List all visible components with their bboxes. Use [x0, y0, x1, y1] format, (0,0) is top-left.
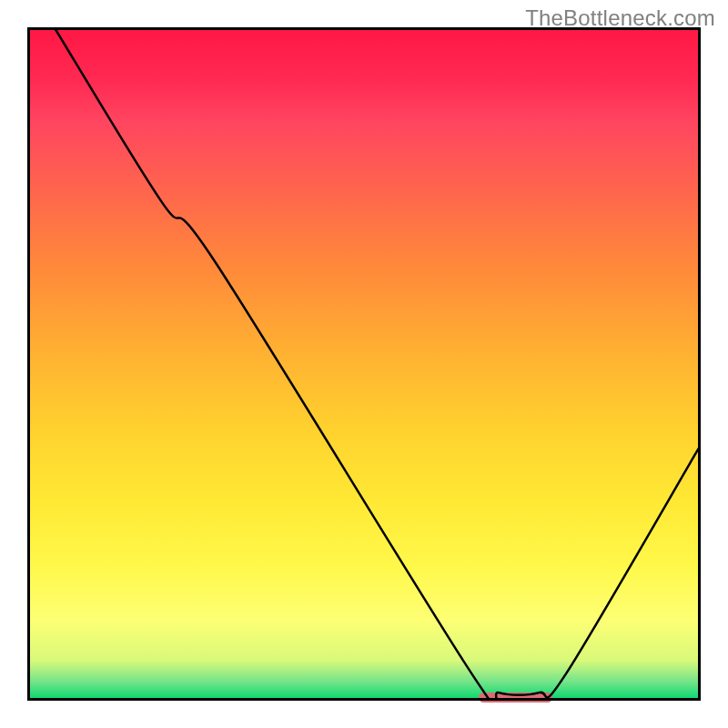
plot-area: [27, 27, 701, 701]
watermark-text: TheBottleneck.com: [525, 5, 715, 31]
bottleneck-curve: [27, 27, 701, 701]
